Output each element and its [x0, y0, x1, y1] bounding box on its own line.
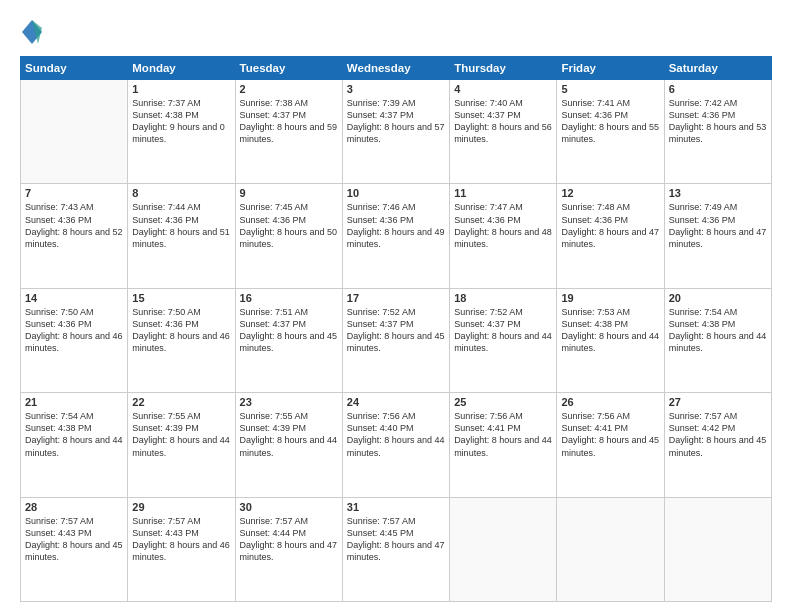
cell-sun-info: Sunrise: 7:37 AMSunset: 4:38 PMDaylight:… — [132, 97, 230, 146]
weekday-header-tuesday: Tuesday — [235, 57, 342, 80]
cell-sun-info: Sunrise: 7:38 AMSunset: 4:37 PMDaylight:… — [240, 97, 338, 146]
cell-sun-info: Sunrise: 7:57 AMSunset: 4:43 PMDaylight:… — [132, 515, 230, 564]
cell-sun-info: Sunrise: 7:43 AMSunset: 4:36 PMDaylight:… — [25, 201, 123, 250]
weekday-header-wednesday: Wednesday — [342, 57, 449, 80]
day-number: 8 — [132, 187, 230, 199]
cell-sun-info: Sunrise: 7:57 AMSunset: 4:43 PMDaylight:… — [25, 515, 123, 564]
day-number: 12 — [561, 187, 659, 199]
cell-sun-info: Sunrise: 7:50 AMSunset: 4:36 PMDaylight:… — [132, 306, 230, 355]
day-number: 2 — [240, 83, 338, 95]
calendar-cell: 7Sunrise: 7:43 AMSunset: 4:36 PMDaylight… — [21, 184, 128, 288]
cell-sun-info: Sunrise: 7:57 AMSunset: 4:45 PMDaylight:… — [347, 515, 445, 564]
calendar-cell: 13Sunrise: 7:49 AMSunset: 4:36 PMDayligh… — [664, 184, 771, 288]
day-number: 23 — [240, 396, 338, 408]
cell-sun-info: Sunrise: 7:51 AMSunset: 4:37 PMDaylight:… — [240, 306, 338, 355]
day-number: 29 — [132, 501, 230, 513]
day-number: 14 — [25, 292, 123, 304]
day-number: 15 — [132, 292, 230, 304]
cell-sun-info: Sunrise: 7:52 AMSunset: 4:37 PMDaylight:… — [347, 306, 445, 355]
calendar-cell — [21, 80, 128, 184]
cell-sun-info: Sunrise: 7:44 AMSunset: 4:36 PMDaylight:… — [132, 201, 230, 250]
cell-sun-info: Sunrise: 7:41 AMSunset: 4:36 PMDaylight:… — [561, 97, 659, 146]
calendar-cell — [450, 497, 557, 601]
cell-sun-info: Sunrise: 7:55 AMSunset: 4:39 PMDaylight:… — [132, 410, 230, 459]
calendar-cell: 11Sunrise: 7:47 AMSunset: 4:36 PMDayligh… — [450, 184, 557, 288]
calendar-cell — [557, 497, 664, 601]
calendar-cell: 10Sunrise: 7:46 AMSunset: 4:36 PMDayligh… — [342, 184, 449, 288]
day-number: 24 — [347, 396, 445, 408]
cell-sun-info: Sunrise: 7:57 AMSunset: 4:42 PMDaylight:… — [669, 410, 767, 459]
cell-sun-info: Sunrise: 7:55 AMSunset: 4:39 PMDaylight:… — [240, 410, 338, 459]
calendar-cell: 20Sunrise: 7:54 AMSunset: 4:38 PMDayligh… — [664, 288, 771, 392]
calendar-cell: 23Sunrise: 7:55 AMSunset: 4:39 PMDayligh… — [235, 393, 342, 497]
cell-sun-info: Sunrise: 7:56 AMSunset: 4:40 PMDaylight:… — [347, 410, 445, 459]
calendar-cell: 28Sunrise: 7:57 AMSunset: 4:43 PMDayligh… — [21, 497, 128, 601]
day-number: 31 — [347, 501, 445, 513]
calendar-cell: 22Sunrise: 7:55 AMSunset: 4:39 PMDayligh… — [128, 393, 235, 497]
weekday-header-monday: Monday — [128, 57, 235, 80]
calendar-cell: 12Sunrise: 7:48 AMSunset: 4:36 PMDayligh… — [557, 184, 664, 288]
day-number: 21 — [25, 396, 123, 408]
day-number: 7 — [25, 187, 123, 199]
cell-sun-info: Sunrise: 7:54 AMSunset: 4:38 PMDaylight:… — [669, 306, 767, 355]
cell-sun-info: Sunrise: 7:39 AMSunset: 4:37 PMDaylight:… — [347, 97, 445, 146]
calendar-cell: 24Sunrise: 7:56 AMSunset: 4:40 PMDayligh… — [342, 393, 449, 497]
day-number: 18 — [454, 292, 552, 304]
calendar-cell: 31Sunrise: 7:57 AMSunset: 4:45 PMDayligh… — [342, 497, 449, 601]
page: SundayMondayTuesdayWednesdayThursdayFrid… — [0, 0, 792, 612]
cell-sun-info: Sunrise: 7:57 AMSunset: 4:44 PMDaylight:… — [240, 515, 338, 564]
day-number: 20 — [669, 292, 767, 304]
calendar-cell: 29Sunrise: 7:57 AMSunset: 4:43 PMDayligh… — [128, 497, 235, 601]
calendar-cell: 5Sunrise: 7:41 AMSunset: 4:36 PMDaylight… — [557, 80, 664, 184]
cell-sun-info: Sunrise: 7:50 AMSunset: 4:36 PMDaylight:… — [25, 306, 123, 355]
logo — [20, 18, 48, 46]
week-row-5: 28Sunrise: 7:57 AMSunset: 4:43 PMDayligh… — [21, 497, 772, 601]
header — [20, 18, 772, 46]
calendar-table: SundayMondayTuesdayWednesdayThursdayFrid… — [20, 56, 772, 602]
weekday-header-friday: Friday — [557, 57, 664, 80]
cell-sun-info: Sunrise: 7:40 AMSunset: 4:37 PMDaylight:… — [454, 97, 552, 146]
calendar-cell: 14Sunrise: 7:50 AMSunset: 4:36 PMDayligh… — [21, 288, 128, 392]
day-number: 4 — [454, 83, 552, 95]
week-row-1: 1Sunrise: 7:37 AMSunset: 4:38 PMDaylight… — [21, 80, 772, 184]
day-number: 16 — [240, 292, 338, 304]
cell-sun-info: Sunrise: 7:56 AMSunset: 4:41 PMDaylight:… — [454, 410, 552, 459]
week-row-2: 7Sunrise: 7:43 AMSunset: 4:36 PMDaylight… — [21, 184, 772, 288]
day-number: 6 — [669, 83, 767, 95]
cell-sun-info: Sunrise: 7:48 AMSunset: 4:36 PMDaylight:… — [561, 201, 659, 250]
calendar-cell: 1Sunrise: 7:37 AMSunset: 4:38 PMDaylight… — [128, 80, 235, 184]
calendar-cell: 27Sunrise: 7:57 AMSunset: 4:42 PMDayligh… — [664, 393, 771, 497]
day-number: 3 — [347, 83, 445, 95]
day-number: 30 — [240, 501, 338, 513]
week-row-4: 21Sunrise: 7:54 AMSunset: 4:38 PMDayligh… — [21, 393, 772, 497]
day-number: 1 — [132, 83, 230, 95]
cell-sun-info: Sunrise: 7:42 AMSunset: 4:36 PMDaylight:… — [669, 97, 767, 146]
day-number: 5 — [561, 83, 659, 95]
calendar-cell: 6Sunrise: 7:42 AMSunset: 4:36 PMDaylight… — [664, 80, 771, 184]
day-number: 17 — [347, 292, 445, 304]
weekday-header-sunday: Sunday — [21, 57, 128, 80]
calendar-cell: 30Sunrise: 7:57 AMSunset: 4:44 PMDayligh… — [235, 497, 342, 601]
calendar-cell: 25Sunrise: 7:56 AMSunset: 4:41 PMDayligh… — [450, 393, 557, 497]
cell-sun-info: Sunrise: 7:47 AMSunset: 4:36 PMDaylight:… — [454, 201, 552, 250]
day-number: 22 — [132, 396, 230, 408]
cell-sun-info: Sunrise: 7:54 AMSunset: 4:38 PMDaylight:… — [25, 410, 123, 459]
calendar-cell: 9Sunrise: 7:45 AMSunset: 4:36 PMDaylight… — [235, 184, 342, 288]
calendar-cell: 19Sunrise: 7:53 AMSunset: 4:38 PMDayligh… — [557, 288, 664, 392]
day-number: 10 — [347, 187, 445, 199]
weekday-header-row: SundayMondayTuesdayWednesdayThursdayFrid… — [21, 57, 772, 80]
cell-sun-info: Sunrise: 7:49 AMSunset: 4:36 PMDaylight:… — [669, 201, 767, 250]
calendar-cell: 2Sunrise: 7:38 AMSunset: 4:37 PMDaylight… — [235, 80, 342, 184]
calendar-cell: 16Sunrise: 7:51 AMSunset: 4:37 PMDayligh… — [235, 288, 342, 392]
calendar-cell: 18Sunrise: 7:52 AMSunset: 4:37 PMDayligh… — [450, 288, 557, 392]
calendar-cell: 21Sunrise: 7:54 AMSunset: 4:38 PMDayligh… — [21, 393, 128, 497]
day-number: 11 — [454, 187, 552, 199]
cell-sun-info: Sunrise: 7:53 AMSunset: 4:38 PMDaylight:… — [561, 306, 659, 355]
calendar-cell — [664, 497, 771, 601]
day-number: 28 — [25, 501, 123, 513]
day-number: 27 — [669, 396, 767, 408]
logo-icon — [20, 18, 44, 46]
cell-sun-info: Sunrise: 7:56 AMSunset: 4:41 PMDaylight:… — [561, 410, 659, 459]
cell-sun-info: Sunrise: 7:46 AMSunset: 4:36 PMDaylight:… — [347, 201, 445, 250]
calendar-cell: 8Sunrise: 7:44 AMSunset: 4:36 PMDaylight… — [128, 184, 235, 288]
